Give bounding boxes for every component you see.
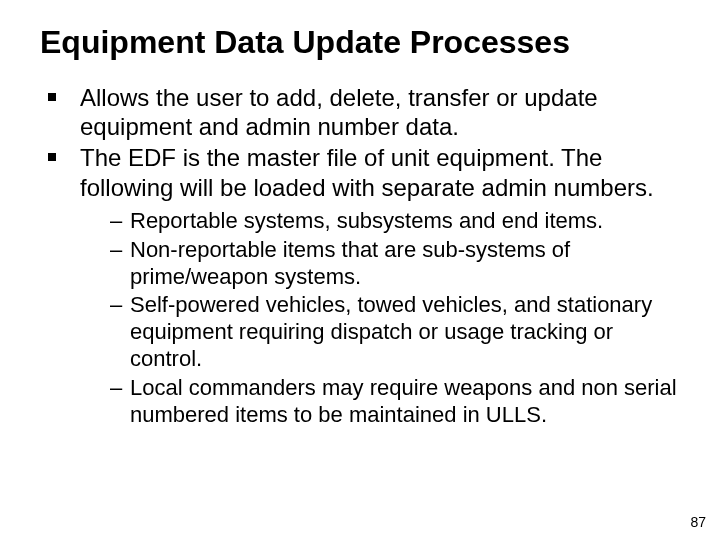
bullet-text: Allows the user to add, delete, transfer…	[80, 84, 598, 140]
slide-title: Equipment Data Update Processes	[40, 24, 680, 61]
dash-icon: –	[110, 292, 122, 319]
dash-icon: –	[110, 237, 122, 264]
sub-bullet-list: – Reportable systems, subsystems and end…	[40, 208, 680, 429]
sub-bullet-item: – Local commanders may require weapons a…	[110, 375, 680, 429]
sub-bullet-item: – Reportable systems, subsystems and end…	[110, 208, 680, 235]
square-bullet-icon	[48, 93, 56, 101]
bullet-item: The EDF is the master file of unit equip…	[40, 143, 680, 202]
page-number: 87	[690, 514, 706, 530]
bullet-item: Allows the user to add, delete, transfer…	[40, 83, 680, 142]
square-bullet-icon	[48, 153, 56, 161]
sub-bullet-text: Self-powered vehicles, towed vehicles, a…	[130, 292, 652, 371]
sub-bullet-text: Reportable systems, subsystems and end i…	[130, 208, 603, 233]
bullet-text: The EDF is the master file of unit equip…	[80, 144, 654, 200]
slide: Equipment Data Update Processes Allows t…	[0, 0, 720, 540]
bullet-list: Allows the user to add, delete, transfer…	[40, 83, 680, 202]
sub-bullet-item: – Non-reportable items that are sub-syst…	[110, 237, 680, 291]
dash-icon: –	[110, 375, 122, 402]
sub-bullet-text: Local commanders may require weapons and…	[130, 375, 677, 427]
sub-bullet-item: – Self-powered vehicles, towed vehicles,…	[110, 292, 680, 372]
dash-icon: –	[110, 208, 122, 235]
sub-bullet-text: Non-reportable items that are sub-system…	[130, 237, 570, 289]
